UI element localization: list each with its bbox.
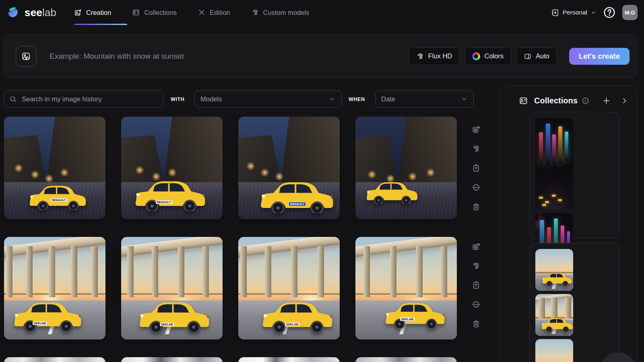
- prompt-input[interactable]: [49, 51, 409, 61]
- row-action-column: [472, 125, 481, 211]
- copy-prompt-button[interactable]: [472, 164, 481, 173]
- tab-collections[interactable]: Collections: [132, 8, 177, 16]
- collection-thumbnail[interactable]: [535, 249, 573, 291]
- copy-prompt-icon: [472, 164, 481, 173]
- gallery-image[interactable]: [121, 357, 223, 362]
- tab-label: Edition: [210, 9, 230, 16]
- car-illustration: [382, 298, 448, 328]
- delete-button[interactable]: [472, 319, 481, 328]
- model-select-button[interactable]: Flux HD: [409, 47, 460, 65]
- model-fingerprint-button[interactable]: [472, 144, 481, 153]
- seelab-app: seelab CreationCollectionsEditionCustom …: [0, 0, 644, 362]
- lets-create-button[interactable]: Let's create: [569, 48, 630, 65]
- brand-logo[interactable]: seelab: [6, 0, 56, 25]
- collection-card[interactable]: R5: [529, 243, 619, 362]
- gallery-image[interactable]: SEELAB: [4, 237, 105, 339]
- variations-button[interactable]: [472, 300, 481, 309]
- gallery-image[interactable]: [238, 357, 340, 362]
- delete-button[interactable]: [472, 202, 481, 211]
- model-fingerprint-button[interactable]: [472, 261, 481, 270]
- license-plate: RENAULT: [289, 202, 305, 206]
- car-illustration: [26, 181, 90, 210]
- generation-time-button[interactable]: [472, 125, 481, 134]
- colors-button[interactable]: Colors: [464, 47, 511, 65]
- with-label: WITH: [171, 90, 184, 108]
- tab-custom-models[interactable]: Custom models: [251, 8, 310, 16]
- gallery-image[interactable]: RENAULT: [238, 117, 340, 219]
- delete-icon: [472, 202, 481, 211]
- models-filter-select[interactable]: Models: [194, 90, 342, 108]
- image-upload-icon: [21, 51, 31, 62]
- license-plate: SEELAB: [160, 323, 174, 326]
- address-book-icon: [551, 8, 559, 17]
- history-search: [4, 90, 163, 108]
- chevron-down-icon: [329, 96, 336, 103]
- tab-label: Collections: [144, 9, 177, 16]
- date-filter-value: Date: [381, 95, 395, 103]
- prompt-actions: Flux HD Colors Auto Let's create: [409, 47, 630, 65]
- gallery-image[interactable]: SEELAB: [121, 237, 223, 339]
- license-plate: SEELAB: [400, 317, 415, 321]
- image-plus-icon: [74, 8, 82, 16]
- navbar-right: Personal M.G: [551, 0, 638, 25]
- format-icon: [524, 52, 532, 60]
- primary-nav: CreationCollectionsEditionCustom models: [74, 0, 309, 25]
- brand-text-lab: lab: [42, 6, 56, 19]
- car-illustration: [135, 297, 214, 332]
- gallery-image[interactable]: [355, 357, 457, 362]
- date-filter-select[interactable]: Date: [375, 90, 474, 108]
- active-tab-underline: [74, 24, 127, 25]
- gallery-image[interactable]: RENAULT: [121, 117, 223, 219]
- info-icon[interactable]: [582, 97, 589, 105]
- user-avatar[interactable]: M.G: [622, 5, 638, 20]
- edit-tools-icon: [198, 8, 206, 16]
- format-auto-button[interactable]: Auto: [516, 47, 557, 65]
- collections-header: Collections: [500, 95, 637, 106]
- tab-creation[interactable]: Creation: [74, 8, 111, 16]
- prompt-bar: Flux HD Colors Auto Let's create: [4, 34, 637, 78]
- expand-panel-button[interactable]: [621, 97, 628, 105]
- colors-button-label: Colors: [484, 52, 504, 60]
- models-filter-value: Models: [200, 95, 222, 103]
- car-illustration: [541, 271, 573, 286]
- gallery-image[interactable]: [4, 357, 105, 362]
- gallery-image[interactable]: RENAULT: [4, 117, 105, 219]
- gallery-image[interactable]: SEELAB: [355, 237, 457, 339]
- brand-name: seelab: [25, 6, 56, 19]
- copy-prompt-button[interactable]: [472, 281, 481, 290]
- seelab-logo-icon: [6, 5, 21, 20]
- gallery-image[interactable]: SEELAB: [238, 237, 340, 339]
- collection-thumbnail[interactable]: [535, 339, 573, 362]
- collections-panel: Collections videoR5: [500, 86, 637, 362]
- variations-icon: [472, 300, 481, 309]
- tab-label: Creation: [86, 9, 111, 16]
- variations-button[interactable]: [472, 183, 481, 192]
- license-plate: SEELAB: [285, 323, 299, 326]
- collection-card[interactable]: video: [529, 112, 619, 239]
- collections-icon: [519, 96, 528, 105]
- search-input[interactable]: [21, 95, 158, 103]
- car-illustration: [10, 297, 86, 331]
- when-label: WHEN: [349, 90, 365, 108]
- delete-icon: [472, 319, 481, 328]
- question-icon: [603, 6, 616, 19]
- generation-time-button[interactable]: [472, 242, 481, 251]
- format-button-label: Auto: [536, 52, 549, 60]
- generation-time-icon: [472, 125, 481, 134]
- upload-image-button[interactable]: [16, 46, 37, 67]
- add-collection-button[interactable]: [602, 97, 611, 105]
- generation-time-icon: [472, 242, 481, 251]
- help-button[interactable]: [603, 6, 616, 19]
- gallery-image[interactable]: [355, 117, 457, 219]
- fingerprint-icon: [416, 52, 424, 60]
- copy-prompt-icon: [472, 281, 481, 290]
- brand-text-see: see: [25, 6, 42, 19]
- gallery-card-icon: [132, 8, 140, 16]
- collection-thumbnail[interactable]: [535, 294, 573, 336]
- workspace-selector[interactable]: Personal: [551, 8, 597, 17]
- workspace-label: Personal: [563, 9, 587, 16]
- tab-edition[interactable]: Edition: [198, 8, 230, 16]
- chevron-down-icon: [461, 96, 468, 103]
- car-illustration: [363, 178, 421, 204]
- collection-thumbnail[interactable]: [535, 118, 573, 210]
